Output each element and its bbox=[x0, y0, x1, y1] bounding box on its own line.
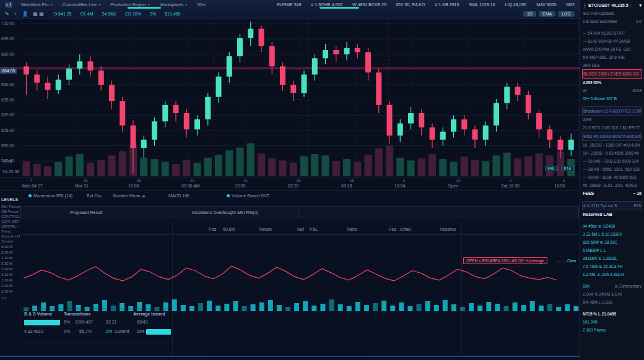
rail-line-4: CENTRL ~ bbox=[0, 224, 20, 229]
chevron-down-icon: ▾ bbox=[185, 2, 187, 7]
sidebar-alert-row[interactable]: BLOCK 2900 LEVER 6200 GO bbox=[582, 69, 642, 79]
indicator-legend-item-1[interactable]: Bol Osc bbox=[87, 194, 102, 198]
chart-mode-button-0[interactable]: 1D bbox=[523, 11, 536, 17]
time-axis-label-0[interactable]: Wed 04 17 bbox=[22, 184, 43, 188]
time-axis-tick-10: 6 bbox=[563, 179, 565, 182]
rail-line-3: 120% SET + bbox=[0, 219, 20, 224]
sidebar-row-42[interactable]: 101.245 bbox=[582, 318, 642, 326]
time-axis-label-4[interactable]: 13:00 bbox=[235, 184, 246, 188]
legend-dot-icon bbox=[227, 194, 230, 197]
indicator-panel: Momentum RSI (14)Bol OscNumber Mean▣MACD… bbox=[0, 191, 580, 360]
time-axis-tick-1: 10 bbox=[84, 179, 88, 182]
sidebar-row-17: 9062 P0.10048 MOSTA E06 SAVA bbox=[582, 132, 642, 141]
indicator-tab-0[interactable]: Proposed Result bbox=[21, 207, 152, 218]
time-axis-label-6[interactable]: 09:18 bbox=[341, 184, 352, 188]
ticker-item-4[interactable]: # 1 NB 9915 bbox=[435, 2, 459, 7]
time-axis-label-7[interactable]: 10:04 bbox=[394, 184, 406, 188]
sidebar-row-31[interactable]: 826 69W ⊕ 28 29C bbox=[582, 238, 642, 246]
sidebar-row-24[interactable]: FEES~ 16 bbox=[582, 189, 642, 197]
profile-icon[interactable]: 👤 bbox=[22, 11, 28, 17]
table-header-0: B & S Volume bbox=[24, 312, 52, 316]
time-axis-label-9[interactable]: Sat 16:30 bbox=[501, 184, 520, 188]
volume-stats-table: B & S VolumeTransactionsAverage Issued5%… bbox=[20, 309, 172, 343]
table-row2-cell-0: 4.32.4810 bbox=[24, 329, 43, 333]
sidebar-row-32[interactable]: 5 tABBW L 1 bbox=[582, 246, 642, 254]
sidebar-row-16: 21 0 9071 CVD 315 1.8U ERCT bbox=[582, 124, 642, 132]
time-axis-label-5[interactable]: 02:20 bbox=[288, 184, 299, 188]
price-axis-label-1: 695.00 bbox=[1, 36, 14, 41]
ticker-item-6[interactable]: LIQ 48,090 bbox=[505, 2, 527, 7]
table-row2-cell-4: Current bbox=[115, 329, 129, 333]
sidebar-row-26: 4 to 2111 Tyx vor 8E99 bbox=[582, 201, 642, 210]
table-header-1: Transactions bbox=[64, 312, 90, 316]
ohlc-chip-5[interactable]: $10,456 bbox=[165, 12, 180, 16]
time-axis-label-2[interactable]: 10:00 bbox=[128, 184, 139, 188]
ticker-item-1[interactable]: # 1 SCHB 4,005 bbox=[311, 2, 342, 7]
ohlc-chip-4[interactable]: 2% bbox=[150, 12, 156, 16]
chip-e16[interactable]: E16 bbox=[561, 166, 573, 171]
sidebar-row-12[interactable]: 02+ 5 Above 507 B bbox=[582, 95, 642, 103]
sidebar-row-7: 5% MSY 66E. 30 8 40E bbox=[582, 53, 642, 61]
indicator-legend-item-4[interactable]: Volume Based DVT bbox=[227, 194, 269, 198]
table-row1-cell-4: 65/43 bbox=[137, 320, 148, 324]
sidebar-row-30[interactable]: 3 32.5M L 5.10 2330V bbox=[582, 230, 642, 238]
stat-column-header-0: Pos bbox=[209, 227, 216, 231]
time-axis-label-3[interactable]: 09:30 AM bbox=[181, 184, 200, 188]
sidebar-row-0[interactable]: ⋮ BTC/USDT 40,235.5▾ bbox=[582, 1, 642, 9]
add-icon[interactable]: + bbox=[14, 11, 17, 17]
time-axis-label-1[interactable]: Mar 31 bbox=[75, 184, 89, 188]
ohlc-chip-1[interactable]: O1 4M bbox=[80, 12, 94, 16]
sidebar-row-27[interactable]: Reserved LAB bbox=[582, 210, 642, 218]
sidebar-row-6: WWM DX040a 30 FB. 03V bbox=[582, 45, 642, 53]
rail-line-2: CONTROLS bbox=[0, 214, 20, 219]
sidebar-row-43[interactable]: 2 100 Promo bbox=[582, 326, 642, 334]
sidebar-row-37: 10K& Commentary bbox=[582, 282, 642, 290]
menu-item-4[interactable]: 50m bbox=[197, 2, 206, 7]
toolbar-row-1: ≡ 1 Watchlists Pro▾Commodities Live▾Prod… bbox=[0, 0, 580, 9]
indicator-legend-item-0[interactable]: Momentum RSI (14) bbox=[28, 194, 72, 198]
sidebar-row-29[interactable]: 94 #5bc ⊕ 1/2488 bbox=[582, 222, 642, 230]
legend-dot-icon bbox=[28, 194, 32, 197]
menu-item-3[interactable]: Workspaces▾ bbox=[160, 2, 187, 7]
sidebar-row-33[interactable]: 2d18MV E 1.2833L bbox=[582, 254, 642, 262]
ticker-item-8[interactable]: M02 bbox=[566, 2, 575, 7]
toolbar-icon-group: ✎+👤▦ ▦ bbox=[5, 11, 44, 17]
chart-mode-button-2[interactable]: LOG bbox=[558, 11, 575, 17]
stat-column-header-8: Reserve bbox=[440, 227, 456, 231]
menu-item-1[interactable]: Commodities Live▾ bbox=[63, 2, 101, 7]
ohlc-chip-group: O 641.25O1 4M24 5M1CD 10%2%$10,456 bbox=[54, 12, 181, 16]
market-sidebar: ⋮ BTC/USDT 40,235.5▾ISO Pub Updated1 B G… bbox=[580, 0, 644, 360]
chip-ebl[interactable]: EBL bbox=[545, 166, 558, 171]
time-axis-tick-3: 40 bbox=[190, 179, 194, 182]
rail-tick-1: 2.00 M bbox=[0, 249, 20, 255]
price-axis-label-2: 680.00 bbox=[1, 52, 14, 56]
time-axis[interactable]: 4Wed 04 1710Mar 310910:004009:30 AM4513:… bbox=[0, 177, 580, 191]
indicator-legend-item-3[interactable]: MACD 1W bbox=[168, 194, 189, 198]
menu-item-0[interactable]: Watchlists Pro▾ bbox=[21, 2, 53, 7]
sidebar-row-38: 2.00A % 240/M 3.C40 bbox=[582, 290, 642, 298]
ohlc-chip-2[interactable]: 24 5M1 bbox=[102, 12, 116, 16]
menu-item-2[interactable]: Production Region▾ bbox=[110, 2, 150, 7]
grid-layout-icon[interactable]: ▦ ▦ bbox=[33, 11, 43, 17]
ticker-item-0[interactable]: EURME 349 bbox=[277, 2, 301, 7]
main-candlestick-chart[interactable]: 710.00695.00680.00665.00650.00635.00620.… bbox=[0, 19, 580, 191]
ohlc-chip-3[interactable]: CD 10% bbox=[125, 12, 141, 16]
ticker-item-3[interactable]: IDX 50, RA KO bbox=[396, 2, 425, 7]
ticker-item-5[interactable]: SWL 1029.16 bbox=[469, 2, 495, 7]
sidebar-row-34[interactable]: 7.5 7900 E 15 3C3.4H bbox=[582, 262, 642, 270]
time-axis-label-10[interactable]: 16:50 bbox=[554, 184, 565, 188]
chart-mode-button-1[interactable]: EMA bbox=[539, 11, 555, 17]
sidebar-row-35[interactable]: 1.2 AM. 3. 10A 2.93L/H bbox=[582, 270, 642, 278]
price-axis-label-6: 620.00 bbox=[1, 113, 14, 117]
ticker-item-7[interactable]: MAV 5055 bbox=[536, 2, 556, 7]
indicator-tab-1[interactable]: Oscillators Overbought with RSI(4) bbox=[152, 207, 298, 218]
rsi-alert-annotation[interactable]: OPEN x RSI AREA 150 LAB OX +Leverage bbox=[463, 257, 547, 264]
ohlc-chip-0[interactable]: O 641.25 bbox=[54, 12, 72, 16]
rail-line-7: Source bbox=[0, 239, 20, 244]
draw-icon[interactable]: ✎ bbox=[5, 11, 9, 17]
indicator-legend-item-2[interactable]: Number Mean▣ bbox=[113, 194, 146, 198]
ticker-item-2[interactable]: W 4891 BCKB 25 bbox=[352, 2, 386, 7]
app-logo[interactable]: ≡ 1 bbox=[5, 2, 12, 8]
time-axis-label-8[interactable]: Open bbox=[448, 184, 458, 188]
chevron-down-icon: ▾ bbox=[98, 2, 100, 7]
